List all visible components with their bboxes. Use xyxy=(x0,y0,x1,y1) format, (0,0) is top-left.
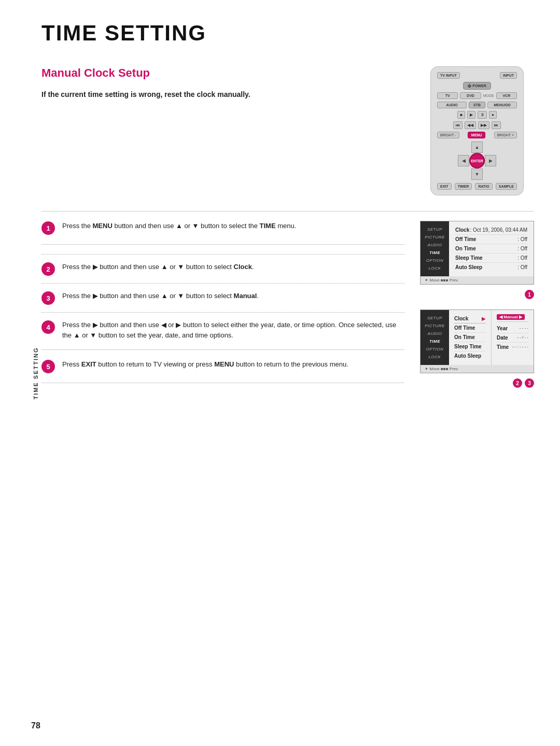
date-value: - - / - - xyxy=(517,335,528,341)
step-number-3: 3 xyxy=(41,291,55,305)
divider-1 xyxy=(41,211,534,212)
auto-sleep-label-1: Auto Sleep xyxy=(455,264,482,270)
year-value: - - - - xyxy=(520,326,528,331)
fwd-btn: ▶▶ xyxy=(478,121,489,129)
divider-4 xyxy=(41,383,404,383)
sidebar-time-active: TIME xyxy=(421,249,449,257)
section-title: Manual Clock Setup xyxy=(41,66,415,80)
clock-label-1: Clock xyxy=(455,227,469,233)
sidebar2-setup: SETUP xyxy=(421,314,449,322)
step-5: 5 Press EXIT button to return to TV view… xyxy=(41,359,404,373)
divider-3 xyxy=(41,349,404,350)
on-time-value-1: : Off xyxy=(517,246,527,251)
dpad-left: ◀ xyxy=(458,155,469,166)
timer-btn: TIMER xyxy=(455,183,472,190)
step-text-2: Press the ▶ button and then use ▲ or ▼ b… xyxy=(62,262,254,272)
rec-btn: ● xyxy=(489,111,497,119)
sidebar-label: TIME SETTING xyxy=(33,347,39,399)
auto-sleep-label-2: Auto Sleep xyxy=(454,353,481,359)
play-btn: ▶ xyxy=(467,111,475,119)
clock-arrow: ▶ xyxy=(482,316,486,321)
intro-text: If the current time setting is wrong, re… xyxy=(41,90,415,98)
page-number: 78 xyxy=(31,721,40,730)
rew-btn: ◀◀ xyxy=(465,121,476,129)
step-3: 3 Press the ▶ button and then use ▲ or ▼… xyxy=(41,291,404,305)
step-number-5: 5 xyxy=(41,360,55,373)
tv-btn: TV xyxy=(437,92,458,99)
sleep-time-label-2: Sleep Time xyxy=(454,344,482,349)
dpad-down: ▼ xyxy=(471,168,483,180)
stb-btn: STB xyxy=(469,102,485,108)
page-title: TIME SETTING xyxy=(41,21,534,46)
time-value: - - : - - - - xyxy=(512,344,528,350)
divider-dotted-2 xyxy=(41,283,404,284)
sidebar-picture: PICTURE xyxy=(421,233,449,241)
tv-input-btn: TV INPUT xyxy=(437,72,460,79)
menu-btn: MENU xyxy=(468,132,486,138)
step-text-5: Press EXIT button to return to TV viewin… xyxy=(62,359,348,370)
on-time-label-2: On Time xyxy=(454,334,475,340)
sleep-time-label-1: Sleep Time xyxy=(455,255,483,261)
off-time-label-2: Off Time xyxy=(454,325,475,331)
vcr-btn: VCR xyxy=(496,92,517,99)
date-label: Date xyxy=(497,335,508,341)
sidebar2-picture: PICTURE xyxy=(421,322,449,330)
step-number-4: 4 xyxy=(41,320,55,334)
step-text-1: Press the MENU button and then use ▲ or … xyxy=(62,221,296,231)
step-1: 1 Press the MENU button and then use ▲ o… xyxy=(41,221,404,235)
sidebar2-option: OPTION xyxy=(421,345,449,353)
power-btn: ⏻ POWER xyxy=(463,82,491,90)
step-number-1: 1 xyxy=(41,221,55,235)
bright-minus-btn: BRIGHT - xyxy=(437,132,459,138)
step-4: 4 Press the ▶ button and then use ◀ or ▶… xyxy=(41,320,404,340)
sample-btn: SAMPLE xyxy=(496,183,517,190)
dpad-up: ▲ xyxy=(471,142,483,153)
pause-btn: ⏸ xyxy=(478,111,487,119)
clock-value: : Oct 19, 2006, 03:44 AM xyxy=(470,227,527,233)
prev-btn: ⏮ xyxy=(453,121,463,129)
sidebar-setup: SETUP xyxy=(421,226,449,233)
enter-btn: ENTER xyxy=(469,153,485,168)
dpad-right: ▶ xyxy=(485,155,496,166)
next-btn: ⏭ xyxy=(492,121,501,129)
audio-btn: AUDIO xyxy=(437,102,467,108)
off-time-label-1: Off Time xyxy=(455,236,476,242)
divider-2 xyxy=(41,244,404,245)
time-label: Time xyxy=(497,344,509,350)
input-btn: INPUT xyxy=(500,72,517,79)
screen2-footer: ✦ Move ■■■ Prev xyxy=(425,367,458,371)
exit-btn: EXIT xyxy=(437,183,452,190)
dvd-btn: DVD xyxy=(460,92,481,99)
screen-mockup-1: SETUP PICTURE AUDIO TIME OPTION LOCK Clo… xyxy=(420,221,534,285)
ratio-btn: RATIO xyxy=(475,183,492,190)
on-time-label-1: On Time xyxy=(455,246,476,251)
sleep-time-value-1: : Off xyxy=(517,255,527,261)
divider-dotted-1 xyxy=(41,254,404,255)
clock-label-2: Clock xyxy=(454,316,468,321)
sidebar-lock: LOCK xyxy=(421,264,449,272)
stop-btn: ■ xyxy=(457,111,465,119)
sidebar2-lock: LOCK xyxy=(421,353,449,361)
divider-dotted-3 xyxy=(41,312,404,313)
screen-mockup-2: SETUP PICTURE AUDIO TIME OPTION LOCK Clo… xyxy=(420,309,534,373)
year-label: Year xyxy=(497,326,508,331)
step-text-3: Press the ▶ button and then use ▲ or ▼ b… xyxy=(62,291,259,301)
sidebar-option: OPTION xyxy=(421,257,449,264)
sidebar2-audio: AUDIO xyxy=(421,330,449,337)
bright-plus-btn: BRIGHT + xyxy=(494,132,517,138)
step-2: 2 Press the ▶ button and then use ▲ or ▼… xyxy=(41,262,404,276)
screen-badge-3: 3 xyxy=(525,378,534,388)
step-number-2: 2 xyxy=(41,262,55,276)
screen-badge-2: 2 xyxy=(513,378,522,388)
manual-tag: ◀ Manual ▶ xyxy=(497,314,525,320)
auto-sleep-value-1: : Off xyxy=(517,264,527,270)
sidebar2-time-active: TIME xyxy=(421,337,449,345)
off-time-value-1: : Off xyxy=(517,236,527,242)
step-text-4: Press the ▶ button and then use ◀ or ▶ b… xyxy=(62,320,404,340)
screen1-footer: ✦ Move ■■■ Prev xyxy=(425,278,458,283)
remote-control-image: TV INPUT INPUT ⏻ POWER TV DVD MODE VCR A… xyxy=(430,66,524,195)
screen-badge-1: 1 xyxy=(525,290,534,299)
menu-key-btn: MENU/DD xyxy=(487,102,517,108)
sidebar-audio: AUDIO xyxy=(421,241,449,249)
